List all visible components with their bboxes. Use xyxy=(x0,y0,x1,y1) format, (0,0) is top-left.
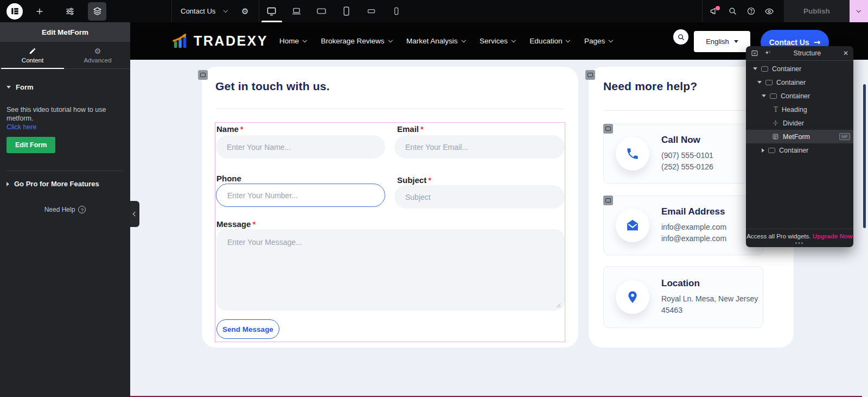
phone-input[interactable] xyxy=(216,184,385,207)
message-textarea[interactable] xyxy=(216,229,565,311)
subject-input[interactable] xyxy=(394,185,565,209)
send-message-button[interactable]: Send Message xyxy=(216,319,279,339)
publish-options-chevron[interactable] xyxy=(850,0,868,22)
chevron-down-icon xyxy=(388,38,392,42)
language-selector[interactable]: English xyxy=(694,31,750,52)
nav-item-market-analysis[interactable]: Market Analysis xyxy=(406,37,465,45)
map-pin-icon xyxy=(616,280,649,314)
tab-content[interactable]: Content xyxy=(0,42,65,68)
form-column-container: Get in touch with us. Name* Email* Phone… xyxy=(202,67,578,348)
nav-item-pages[interactable]: Pages xyxy=(584,37,612,45)
need-help-link[interactable]: Need Help ? xyxy=(0,206,130,213)
container-icon xyxy=(765,80,773,85)
container-edit-handle[interactable] xyxy=(603,124,613,134)
container-edit-handle[interactable] xyxy=(603,196,613,205)
tree-row-container[interactable]: Container xyxy=(746,75,853,89)
tradexy-logo-icon xyxy=(173,33,189,49)
device-tablet-icon[interactable] xyxy=(334,0,359,22)
go-pro-section-header[interactable]: Go Pro for More Features xyxy=(7,180,124,188)
nav-item-services[interactable]: Services xyxy=(480,37,515,45)
panel-resize-handle[interactable]: ••• xyxy=(746,240,853,247)
form-section-header[interactable]: Form xyxy=(7,83,124,91)
structure-toggle-icon[interactable] xyxy=(88,2,106,21)
container-edit-handle[interactable] xyxy=(198,70,208,80)
tree-row-container[interactable]: Container xyxy=(746,143,853,157)
dock-panel-icon[interactable] xyxy=(751,49,758,57)
tab-advanced-label: Advanced xyxy=(84,57,111,64)
name-input[interactable] xyxy=(216,135,385,159)
page-selector[interactable]: Contact Us xyxy=(172,0,236,22)
caret-right-icon[interactable] xyxy=(762,148,764,153)
publish-label: Publish xyxy=(803,7,830,15)
page-settings-gear-icon[interactable]: ⚙ xyxy=(236,2,254,21)
location-card: Location Royal Ln. Mesa, New Jersey 4546… xyxy=(603,266,763,328)
tree-row-divider[interactable]: Divider xyxy=(746,116,853,130)
tree-row-container[interactable]: Container xyxy=(746,62,853,75)
email-card: Email Address info@example.com info@exam… xyxy=(603,196,763,255)
device-mobile-landscape-icon[interactable] xyxy=(359,0,384,22)
phone-number: (907) 555-0101 xyxy=(661,150,713,161)
caret-down-icon[interactable] xyxy=(753,67,757,70)
nav-item-education[interactable]: Education xyxy=(529,37,570,45)
site-nav: Home Brokerage Reviews Market Analysis S… xyxy=(279,37,612,45)
caret-down-icon xyxy=(7,86,11,89)
scrollbar-thumb[interactable] xyxy=(863,84,866,228)
device-laptop-icon[interactable] xyxy=(284,0,309,22)
device-mobile-icon[interactable] xyxy=(384,0,409,22)
heading-icon: T xyxy=(774,106,778,113)
site-settings-icon[interactable] xyxy=(61,2,79,21)
structure-navigator-panel: Structure ✕ Container Container Containe… xyxy=(746,46,853,247)
chevron-left-icon xyxy=(132,212,137,216)
publish-button[interactable]: Publish xyxy=(784,0,850,22)
tree-row-metform[interactable]: MetForm MF xyxy=(746,130,853,143)
caret-down-icon[interactable] xyxy=(762,94,766,97)
message-label: Message* xyxy=(216,219,256,229)
whats-new-megaphone-icon[interactable] xyxy=(705,2,723,21)
help-icon[interactable] xyxy=(742,2,760,21)
divider-icon xyxy=(772,119,779,127)
go-pro-label: Go Pro for More Features xyxy=(14,180,99,188)
pencil-icon xyxy=(29,47,36,55)
page-selector-label: Contact Us xyxy=(181,7,215,15)
email-input[interactable] xyxy=(394,135,565,159)
nav-item-home[interactable]: Home xyxy=(279,37,307,45)
divider xyxy=(215,109,564,109)
sparkle-icon[interactable] xyxy=(764,49,771,57)
notification-dot xyxy=(716,6,720,10)
navigator-title: Structure xyxy=(777,49,838,57)
nav-item-brokerage-reviews[interactable]: Brokerage Reviews xyxy=(321,37,392,45)
preview-eye-icon[interactable] xyxy=(760,2,778,21)
finder-search-icon[interactable] xyxy=(723,2,742,21)
brand-name: TRADEXY xyxy=(194,33,268,49)
tree-row-container[interactable]: Container xyxy=(746,89,853,103)
phone-label: Phone xyxy=(216,174,241,183)
edit-form-button[interactable]: Edit Form xyxy=(7,137,55,153)
metform-widget-selected[interactable]: Name* Email* Phone Subject* Message* Sen… xyxy=(215,122,565,342)
container-icon xyxy=(770,93,777,99)
email-address: info@example.com xyxy=(661,233,726,244)
panel-collapse-handle[interactable] xyxy=(130,201,139,227)
site-logo[interactable]: TRADEXY xyxy=(173,33,268,49)
device-desktop-icon[interactable] xyxy=(259,0,284,22)
address-line: 45463 xyxy=(661,305,758,316)
tab-advanced[interactable]: ⚙ Advanced xyxy=(65,42,130,68)
add-element-icon[interactable] xyxy=(30,2,49,21)
container-edit-handle[interactable] xyxy=(585,70,595,80)
elementor-logo-icon[interactable] xyxy=(7,3,23,20)
chevron-down-icon xyxy=(461,38,465,42)
form-section-title: Form xyxy=(16,83,34,91)
card-title: Location xyxy=(661,278,758,289)
device-tablet-landscape-icon[interactable] xyxy=(309,0,334,22)
tree-row-heading[interactable]: THeading xyxy=(746,103,853,116)
card-title: Email Address xyxy=(661,206,726,217)
chevron-down-icon xyxy=(512,38,516,42)
site-search-icon[interactable] xyxy=(673,29,688,45)
required-asterisk: * xyxy=(420,124,424,134)
close-icon[interactable]: ✕ xyxy=(843,49,848,57)
tutorial-link[interactable]: Click here xyxy=(7,123,37,131)
caret-down-icon[interactable] xyxy=(757,81,762,84)
upgrade-now-link[interactable]: Upgrade Now xyxy=(813,233,853,240)
canvas-scrollbar[interactable] xyxy=(862,60,868,397)
container-icon xyxy=(761,66,768,72)
elementor-editor: Contact Us ⚙ xyxy=(0,0,868,397)
